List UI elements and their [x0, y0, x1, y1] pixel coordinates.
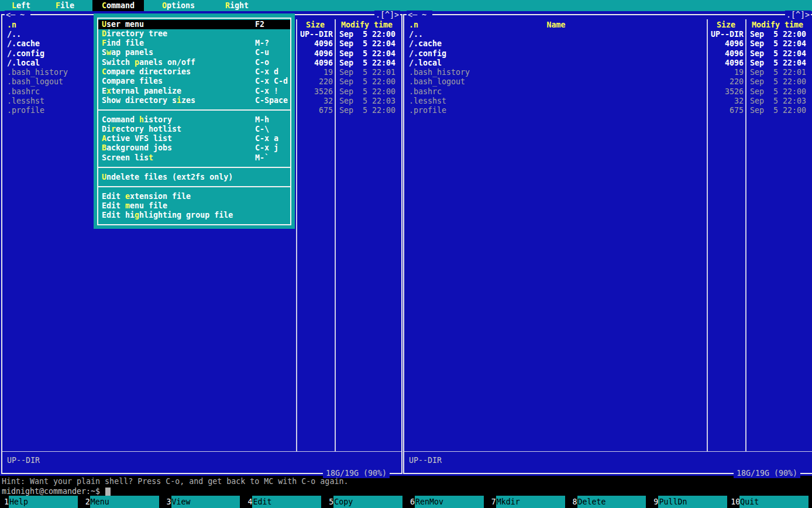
file-mtime: Sep 5 22:00 [750, 77, 806, 87]
file-mtime: Sep 5 22:04 [339, 39, 395, 49]
menu-bar: Left File Command Options Right [0, 0, 812, 11]
menu-item-edit-extension-file[interactable]: Edit extension file [98, 192, 290, 201]
dotfiles-toggle-icon[interactable]: . [376, 11, 380, 19]
fkey-menu[interactable]: 2Menu [81, 496, 163, 508]
fkey-view[interactable]: 3View [163, 496, 244, 508]
file-mtime: Sep 5 22:04 [750, 49, 806, 59]
file-name: /.. [7, 30, 21, 39]
menu-item-user-menu[interactable]: User menuF2 [98, 20, 290, 29]
menu-item-background-jobs[interactable]: Background jobsC-x j [98, 143, 290, 153]
right-panel-disk-usage: 18G/19G (90%) [734, 469, 800, 478]
column-header-mtime[interactable]: Modify time [746, 20, 808, 30]
menu-item-switch-panels[interactable]: Switch panels on/offC-o [98, 58, 290, 67]
fkey-help[interactable]: 1Help [0, 496, 81, 508]
fkey-renmov[interactable]: 6RenMov [406, 496, 487, 508]
file-row[interactable]: .bash_history19Sep 5 22:01 [404, 68, 812, 77]
file-size: 3526 [314, 87, 333, 97]
updir-icon[interactable]: [^] [791, 11, 805, 19]
file-row[interactable]: /.cache4096Sep 5 22:04 [404, 39, 812, 49]
fkey-delete[interactable]: 8Delete [569, 496, 650, 508]
file-mtime: Sep 5 22:03 [750, 97, 806, 106]
file-name: .profile [409, 106, 446, 115]
file-size: UP--DIR [711, 30, 744, 39]
column-header-size[interactable]: Size [297, 20, 334, 30]
file-row[interactable]: /..UP--DIRSep 5 22:00 [404, 30, 812, 39]
file-size: UP--DIR [300, 30, 333, 39]
file-mtime: Sep 5 22:00 [339, 30, 395, 39]
menu-item-swap-panels[interactable]: Swap panelsC-u [98, 48, 290, 57]
command-menu-dropdown: User menuF2 Directory tree Find fileM-? … [94, 13, 295, 229]
fkey-edit[interactable]: 4Edit [243, 496, 325, 508]
file-row[interactable]: /.config4096Sep 5 22:04 [404, 49, 812, 59]
menu-item-find-file[interactable]: Find fileM-? [98, 39, 290, 48]
history-forward-icon[interactable]: > [394, 11, 399, 19]
fkey-copy[interactable]: 5Copy [325, 496, 406, 508]
file-mtime: Sep 5 22:01 [339, 68, 395, 77]
menu-item-compare-files[interactable]: Compare filesC-x C-d [98, 77, 290, 86]
column-header-name[interactable]: Name [404, 20, 708, 30]
file-mtime: Sep 5 22:04 [750, 59, 806, 68]
left-panel-title[interactable]: <─ ~ [5, 11, 30, 20]
fkey-quit[interactable]: 10Quit [731, 496, 812, 508]
file-mtime: Sep 5 22:04 [339, 59, 395, 68]
menu-item-undelete-files[interactable]: Undelete files (ext2fs only) [98, 173, 290, 182]
file-row[interactable]: .bash_logout220Sep 5 22:00 [404, 77, 812, 87]
history-back-icon[interactable]: <─ [408, 11, 417, 19]
file-row[interactable]: .profile675Sep 5 22:00 [404, 106, 812, 115]
file-name: /.config [409, 49, 446, 59]
file-size: 19 [324, 68, 333, 77]
menu-item-show-directory-sizes[interactable]: Show directory sizesC-Space [98, 96, 290, 105]
column-header-size[interactable]: Size [707, 20, 745, 30]
column-header-mtime[interactable]: Modify time [336, 20, 398, 30]
menu-item-command-history[interactable]: Command historyM-h [98, 115, 290, 125]
file-size: 220 [730, 77, 744, 87]
file-row[interactable]: .lesshst32Sep 5 22:03 [404, 97, 812, 106]
function-key-bar: 1Help 2Menu 3View 4Edit 5Copy 6RenMov 7M… [0, 496, 812, 508]
menu-item-edit-highlighting-group-file[interactable]: Edit highlighting group file [98, 211, 290, 220]
file-mtime: Sep 5 22:00 [339, 106, 395, 115]
menu-separator [97, 186, 291, 187]
file-mtime: Sep 5 22:04 [339, 49, 395, 59]
menubar-command[interactable]: Command [92, 0, 144, 11]
file-size: 675 [730, 106, 744, 115]
right-panel[interactable]: <─ ~ .[^]> .n Name Size Modify time /..U… [403, 14, 812, 474]
menu-item-directory-hotlist[interactable]: Directory hotlistC-\ [98, 125, 290, 134]
history-back-icon[interactable]: <─ [6, 11, 15, 19]
fkey-pulldn[interactable]: 9PullDn [649, 496, 731, 508]
dotfiles-toggle-icon[interactable]: . [786, 11, 791, 19]
updir-icon[interactable]: [^] [380, 11, 394, 19]
history-forward-icon[interactable]: > [805, 11, 810, 19]
menubar-options[interactable]: Options [157, 0, 199, 11]
file-size: 32 [734, 97, 744, 106]
menu-item-directory-tree[interactable]: Directory tree [98, 29, 290, 39]
file-mtime: Sep 5 22:00 [339, 87, 395, 97]
panel-path[interactable]: ~ [417, 11, 431, 19]
menu-item-active-vfs-list[interactable]: Active VFS listC-x a [98, 134, 290, 143]
menu-item-screen-list[interactable]: Screen listM-` [98, 153, 290, 163]
menubar-right[interactable]: Right [221, 0, 253, 11]
file-name: .bash_logout [409, 77, 465, 87]
right-panel-title[interactable]: <─ ~ [407, 11, 432, 20]
file-name: .bash_logout [7, 77, 63, 87]
menu-item-edit-menu-file[interactable]: Edit menu file [98, 201, 290, 211]
menubar-left[interactable]: Left [7, 0, 35, 11]
shell-prompt[interactable]: midnight@commander:~$ [2, 487, 111, 496]
menu-item-external-panelize[interactable]: External panelizeC-x ! [98, 87, 290, 96]
file-row[interactable]: /.local4096Sep 5 22:04 [404, 59, 812, 68]
panels-area: <─ ~ .[^]> .n Name Size Modify time /..U… [0, 11, 812, 476]
mc-screen: Left File Command Options Right <─ ~ .[^… [0, 0, 812, 508]
file-size: 4096 [314, 59, 333, 68]
panel-path[interactable]: ~ [15, 11, 29, 19]
file-mtime: Sep 5 22:04 [750, 39, 806, 49]
file-name: .bashrc [7, 87, 40, 97]
file-row[interactable]: .bashrc3526Sep 5 22:00 [404, 87, 812, 97]
file-name: .bash_history [409, 68, 470, 77]
menu-item-compare-directories[interactable]: Compare directoriesC-x d [98, 67, 290, 77]
file-mtime: Sep 5 22:00 [750, 30, 806, 39]
file-size: 4096 [725, 39, 744, 49]
menubar-file[interactable]: File [51, 0, 79, 11]
file-mtime: Sep 5 22:00 [750, 87, 806, 97]
left-panel-corner-buttons: .[^]> [374, 11, 400, 20]
file-mtime: Sep 5 22:00 [339, 77, 395, 87]
fkey-mkdir[interactable]: 7Mkdir [487, 496, 569, 508]
